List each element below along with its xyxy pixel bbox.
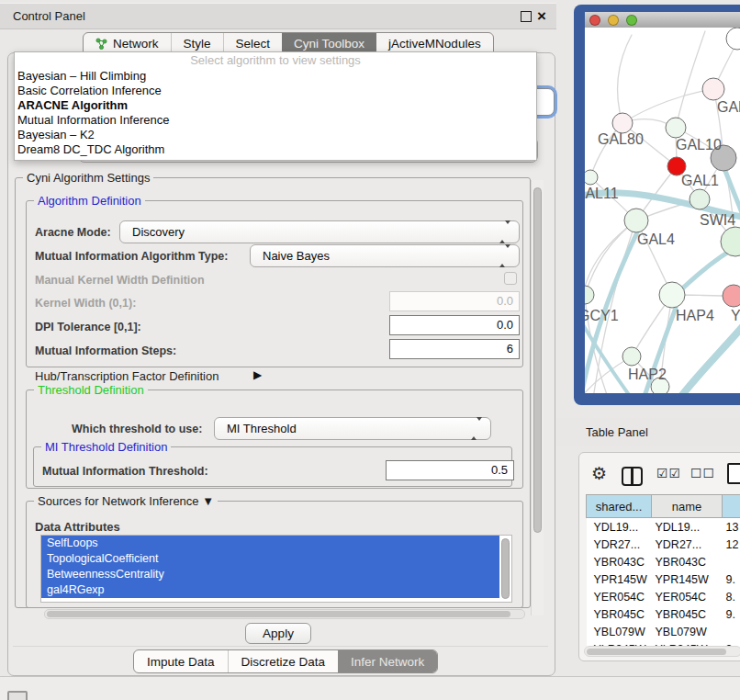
chevron-right-icon[interactable]: ▶ (253, 368, 262, 381)
column-header-2[interactable] (723, 495, 740, 518)
data-attributes-label: Data Attributes (35, 520, 120, 534)
table-cell[interactable]: YER054C (652, 588, 723, 605)
dropdown-item-basic-correlation-inference[interactable]: Basic Correlation Inference (15, 84, 536, 98)
chevron-down-icon[interactable]: ▼ (202, 494, 214, 508)
network-view[interactable]: GALGAL80GAL10GAL1GAL11SWI4GAL4GCY1HAP4YH… (585, 28, 740, 393)
table-cell[interactable]: 9. (723, 605, 740, 623)
apply-button[interactable]: Apply (245, 623, 311, 644)
table-row[interactable]: YBR045CYBR045C9. (587, 605, 740, 623)
column-header-0[interactable]: shared... (587, 495, 652, 518)
table-row[interactable]: YDR27...YDR27...12 (587, 536, 740, 553)
table-cell[interactable]: 8. (723, 588, 740, 605)
table-cell[interactable]: YBL079W (652, 623, 723, 640)
network-node-gal80[interactable] (612, 113, 633, 133)
hub-definition-toggle[interactable]: Hub/Transcription Factor Definition (35, 369, 219, 383)
table-cell[interactable]: YBR043C (652, 553, 723, 570)
horizontal-scrollbar-thumb[interactable] (47, 611, 510, 617)
table-cell[interactable]: YBR043C (587, 553, 652, 570)
mi-type-combo[interactable]: Naive Bayes (250, 244, 520, 267)
float-window-icon[interactable] (521, 11, 532, 22)
network-node-hap4[interactable] (659, 282, 685, 308)
mi-steps-label: Mutual Information Steps: (35, 344, 176, 357)
attribute-item-betweennesscentrality[interactable]: BetweennessCentrality (41, 567, 499, 582)
table-row[interactable]: YDL19...YDL19...13 (587, 518, 740, 536)
network-node-gal11[interactable] (585, 170, 598, 185)
column-header-1[interactable]: name (652, 495, 723, 518)
table-cell[interactable]: YBL079W (587, 623, 652, 640)
mi-steps-field[interactable]: 6 (389, 339, 520, 359)
combo-stepper-icon (499, 248, 510, 265)
dpi-tolerance-label: DPI Tolerance [0,1]: (35, 321, 141, 333)
sources-title[interactable]: Sources for Network Inference ▼ (34, 494, 218, 508)
network-node-swi4[interactable] (690, 189, 710, 209)
table-cell[interactable]: YDR27... (587, 536, 652, 553)
attribute-item-selfloops[interactable]: SelfLoops (41, 536, 499, 551)
table-cell[interactable] (723, 553, 740, 570)
table-row[interactable]: YBL079WYBL079W (587, 623, 740, 640)
network-node-gal10[interactable] (666, 118, 686, 138)
table-cell[interactable]: YPR145W (587, 570, 652, 588)
table-row[interactable]: YBR043CYBR043C (587, 553, 740, 570)
table-cell[interactable]: 13 (723, 518, 740, 536)
attribute-item-topologicalcoefficient[interactable]: TopologicalCoefficient (41, 551, 499, 567)
network-window-titlebar[interactable] (585, 12, 740, 28)
minimize-traffic-light[interactable] (608, 15, 619, 26)
dropdown-item-bayesian-hill-climbing[interactable]: Bayesian – Hill Climbing (15, 69, 536, 84)
settings-vertical-scrollbar[interactable] (531, 180, 544, 615)
table-cell[interactable]: 12 (723, 536, 740, 553)
table-cell[interactable]: YDR27... (652, 536, 723, 553)
network-node-y[interactable] (723, 285, 740, 307)
tab-impute-data[interactable]: Impute Data (134, 650, 228, 672)
settings-group-title: Cyni Algorithm Settings (23, 171, 153, 185)
close-traffic-light[interactable] (589, 15, 600, 26)
network-node-gcy1[interactable] (585, 286, 594, 304)
table-cell[interactable] (723, 623, 740, 640)
table-cell[interactable]: YBR045C (652, 605, 723, 623)
network-icon (95, 38, 107, 50)
table-panel-header (556, 418, 740, 446)
tab-infer-network[interactable]: Infer Network (338, 650, 437, 672)
table-cell[interactable]: YER054C (587, 588, 652, 605)
network-node[interactable] (726, 28, 740, 50)
dropdown-item-bayesian-k2[interactable]: Bayesian – K2 (15, 128, 536, 142)
gear-icon[interactable]: ⚙ (591, 463, 607, 484)
docked-panel-icon[interactable] (7, 691, 28, 700)
table-cell[interactable]: YDL19... (587, 518, 652, 536)
dpi-tolerance-field[interactable]: 0.0 (389, 315, 520, 335)
close-icon[interactable]: × (537, 4, 546, 28)
which-threshold-label: Which threshold to use: (72, 423, 202, 435)
dropdown-item-aracne-algorithm[interactable]: ARACNE Algorithm (15, 98, 536, 113)
table-cell[interactable]: YBR045C (587, 605, 652, 623)
network-node-hap2[interactable] (622, 347, 641, 366)
dropdown-item-mutual-information-inference[interactable]: Mutual Information Inference (15, 113, 536, 128)
which-threshold-combo[interactable]: MI Threshold (214, 417, 491, 440)
dropdown-item-dream8-dc-tdc-algorithm[interactable]: Dream8 DC_TDC Algorithm (15, 142, 536, 157)
table-cell[interactable]: 9. (723, 570, 740, 588)
vertical-scrollbar-thumb[interactable] (533, 187, 542, 533)
table-panel-title: Table Panel (586, 425, 648, 439)
settings-horizontal-scrollbar[interactable] (44, 609, 525, 619)
table-cell[interactable]: YPR145W (652, 570, 723, 588)
document-icon[interactable] (727, 463, 740, 484)
table-row[interactable]: YPR145WYPR145W9. (587, 570, 740, 588)
table-horizontal-scrollbar[interactable] (584, 646, 740, 657)
network-node[interactable] (721, 227, 740, 256)
select-all-icon[interactable]: ☑☑ (656, 466, 681, 480)
mi-threshold-field[interactable]: 0.5 (386, 460, 514, 480)
tab-label: Network (113, 37, 159, 51)
attribute-item-gal4rgexp[interactable]: gal4RGexp (41, 582, 499, 598)
node-label-y: Y (731, 308, 740, 323)
network-node-gal4[interactable] (624, 209, 648, 232)
network-node-gal[interactable] (702, 78, 724, 100)
zoom-traffic-light[interactable] (626, 15, 637, 26)
column-layout-icon[interactable] (622, 467, 643, 486)
list-scrollbar-thumb[interactable] (501, 538, 510, 599)
table-cell[interactable]: YDL19... (652, 518, 723, 536)
table-row[interactable]: YER054CYER054C8. (587, 588, 740, 605)
tab-discretize-data[interactable]: Discretize Data (228, 650, 339, 672)
tab-label: Cyni Toolbox (294, 37, 364, 51)
deselect-all-icon[interactable]: ☐☐ (690, 466, 715, 480)
table-scrollbar-thumb[interactable] (587, 649, 726, 655)
manual-kernel-checkbox (504, 272, 517, 285)
aracne-mode-combo[interactable]: Discovery (119, 220, 520, 243)
